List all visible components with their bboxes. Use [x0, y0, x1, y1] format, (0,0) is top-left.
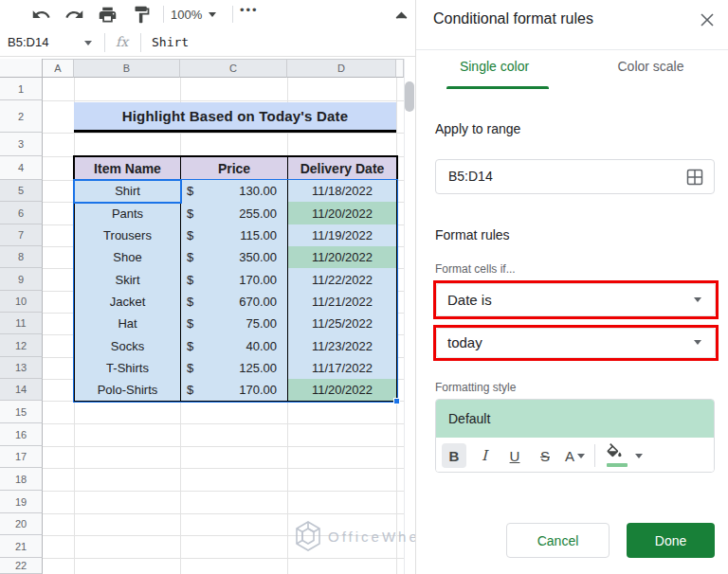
row-header-5[interactable]: 5	[0, 180, 43, 202]
underline-button[interactable]: U	[502, 443, 527, 468]
range-input[interactable]: B5:D14	[435, 159, 715, 194]
done-button[interactable]: Done	[627, 523, 715, 558]
undo-icon[interactable]	[31, 5, 51, 25]
print-icon[interactable]	[98, 5, 118, 25]
cell-B6[interactable]: Pants	[74, 202, 181, 225]
currency-symbol: $	[187, 383, 193, 397]
gridline-horizontal	[43, 491, 404, 492]
cell-C14[interactable]: $170.00	[180, 379, 288, 402]
currency-symbol: $	[187, 206, 193, 221]
cell-B13[interactable]: T-Shirts	[74, 357, 181, 380]
close-icon[interactable]	[700, 12, 715, 27]
row-header-3[interactable]: 3	[0, 133, 43, 156]
row-header-8[interactable]: 8	[0, 246, 43, 268]
cell-C12[interactable]: $40.00	[180, 334, 288, 358]
cell-D10[interactable]: 11/21/2022	[287, 291, 397, 314]
cell-C8[interactable]: $350.00	[180, 246, 288, 269]
collapse-toolbar-icon[interactable]	[391, 6, 411, 26]
row-header-20[interactable]: 20	[0, 513, 43, 535]
row-header-11[interactable]: 11	[0, 313, 43, 334]
cell-B12[interactable]: Socks	[74, 334, 181, 358]
zoom-select[interactable]: 100%	[171, 5, 216, 24]
col-header-B[interactable]: B	[74, 59, 180, 78]
row-header-16[interactable]: 16	[0, 423, 43, 446]
col-header-D[interactable]: D	[287, 59, 396, 78]
cell-D14[interactable]: 11/20/2022	[287, 379, 397, 402]
tab-single-color[interactable]: Single color	[416, 59, 573, 87]
redo-icon[interactable]	[64, 5, 84, 25]
cell-C6[interactable]: $255.00	[180, 202, 288, 225]
name-box[interactable]: B5:D14	[8, 35, 48, 49]
row-header-6[interactable]: 6	[0, 202, 43, 224]
bold-button[interactable]: B	[442, 443, 466, 468]
cell-C13[interactable]: $125.00	[180, 357, 288, 380]
more-icon[interactable]: •••	[240, 3, 259, 17]
col-header-C[interactable]: C	[180, 59, 287, 78]
formula-input[interactable]: Shirt	[152, 35, 189, 49]
gridline-horizontal	[43, 133, 404, 134]
cancel-button[interactable]: Cancel	[506, 523, 610, 558]
text-color-button[interactable]: A	[565, 448, 585, 464]
row-header-17[interactable]: 17	[0, 446, 43, 468]
row-header-22[interactable]: 22	[0, 558, 43, 574]
row-header-9[interactable]: 9	[0, 268, 43, 291]
row-header-2[interactable]: 2	[0, 100, 43, 133]
cell-D6[interactable]: 11/20/2022	[287, 202, 397, 225]
row-header-13[interactable]: 13	[0, 357, 43, 379]
cell-D8[interactable]: 11/20/2022	[287, 246, 397, 269]
officewheel-logo-icon	[294, 520, 322, 552]
row-header-19[interactable]: 19	[0, 491, 43, 513]
tab-color-scale[interactable]: Color scale	[573, 59, 728, 87]
table-header-D4[interactable]: Delivery Date	[287, 156, 397, 181]
price-value: 670.00	[239, 295, 277, 309]
row-header-7[interactable]: 7	[0, 224, 43, 246]
cell-D11[interactable]: 11/25/2022	[287, 313, 397, 335]
condition-param-dropdown[interactable]: today	[433, 325, 719, 361]
fill-handle[interactable]	[393, 398, 400, 404]
cell-D13[interactable]: 11/17/2022	[287, 357, 397, 380]
row-header-10[interactable]: 10	[0, 291, 43, 313]
row-header-18[interactable]: 18	[0, 468, 43, 491]
cell-B7[interactable]: Trousers	[74, 224, 181, 247]
cell-D12[interactable]: 11/23/2022	[287, 334, 397, 358]
cell-C11[interactable]: $75.00	[180, 313, 288, 335]
row-header-15[interactable]: 15	[0, 401, 43, 423]
cell-B10[interactable]: Jacket	[74, 291, 181, 314]
cell-C7[interactable]: $115.00	[180, 224, 288, 247]
italic-button[interactable]: I	[472, 443, 497, 468]
fill-color-button[interactable]	[605, 443, 633, 468]
cell-C5[interactable]: $130.00	[180, 180, 288, 203]
row-header-14[interactable]: 14	[0, 379, 43, 401]
vertical-scrollbar-thumb[interactable]	[405, 81, 414, 112]
style-preview: Default	[436, 400, 714, 438]
table-header-C4[interactable]: Price	[180, 156, 288, 181]
cell-B5[interactable]: Shirt	[74, 180, 181, 203]
row-header-21[interactable]: 21	[0, 535, 43, 558]
select-range-icon[interactable]	[686, 169, 703, 186]
cell-B9[interactable]: Skirt	[74, 268, 181, 292]
chevron-down-icon[interactable]	[635, 454, 643, 458]
table-header-B4[interactable]: Item Name	[74, 156, 181, 181]
cell-B8[interactable]: Shoe	[74, 246, 181, 269]
cell-C10[interactable]: $670.00	[180, 291, 288, 314]
row-header-4[interactable]: 4	[0, 156, 43, 180]
row-header-12[interactable]: 12	[0, 334, 43, 357]
gridline-horizontal	[43, 468, 404, 469]
cell-B11[interactable]: Hat	[74, 313, 181, 335]
corner-box[interactable]	[0, 59, 43, 78]
cell-D9[interactable]: 11/22/2022	[287, 268, 397, 292]
col-header-A[interactable]: A	[43, 59, 74, 78]
gridline-horizontal	[43, 446, 404, 447]
currency-symbol: $	[187, 184, 193, 198]
cell-C9[interactable]: $170.00	[180, 268, 288, 292]
paint-format-icon[interactable]	[132, 5, 152, 25]
row-header-1[interactable]: 1	[0, 78, 43, 100]
chevron-down-icon	[694, 297, 701, 302]
cell-D5[interactable]: 11/18/2022	[287, 180, 397, 203]
cell-D7[interactable]: 11/19/2022	[287, 224, 397, 247]
strikethrough-button[interactable]: S	[533, 443, 557, 468]
cell-B14[interactable]: Polo-Shirts	[74, 379, 181, 402]
chevron-down-icon[interactable]	[84, 41, 92, 45]
title-cell[interactable]: Highlight Based on Today's Date	[74, 102, 396, 133]
condition-dropdown[interactable]: Date is	[433, 280, 719, 319]
